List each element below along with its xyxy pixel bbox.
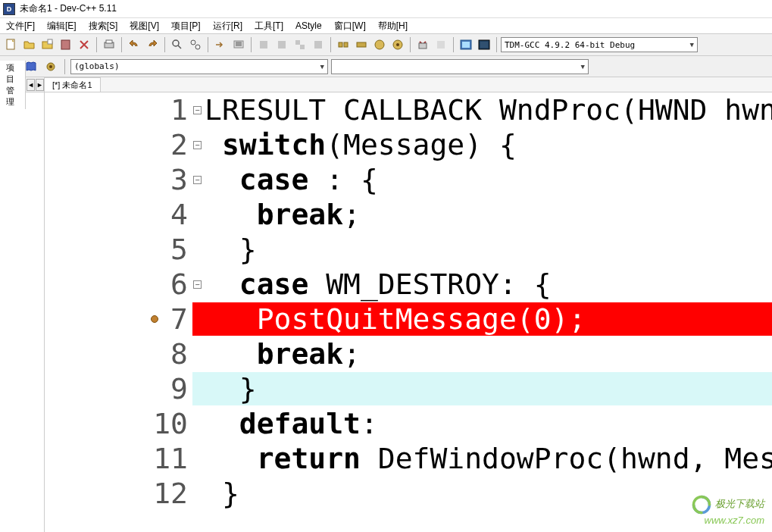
code-line[interactable]: 1−LRESULT CALLBACK WndProc(HWND hwnd, U: [45, 92, 772, 127]
code-text[interactable]: break;: [192, 198, 772, 231]
menu-view[interactable]: 视图[V]: [127, 18, 162, 34]
book-icon[interactable]: [58, 36, 74, 53]
gutter[interactable]: 10: [45, 407, 192, 440]
window1-icon[interactable]: [458, 36, 474, 53]
new-project-icon[interactable]: [39, 36, 56, 53]
separator: [410, 37, 411, 52]
run-icon[interactable]: [273, 36, 290, 53]
open-file-icon[interactable]: [21, 36, 38, 53]
svg-rect-15: [278, 41, 286, 49]
fold-icon[interactable]: −: [193, 141, 202, 149]
line-number: 8: [170, 337, 188, 371]
svg-rect-25: [419, 43, 427, 49]
fold-icon[interactable]: −: [193, 176, 202, 184]
code-editor[interactable]: 1−LRESULT CALLBACK WndProc(HWND hwnd, U2…: [45, 92, 772, 532]
find-icon[interactable]: [169, 36, 186, 53]
menubar: 文件[F] 编辑[E] 搜索[S] 视图[V] 项目[P] 运行[R] 工具[T…: [0, 18, 772, 33]
gutter[interactable]: 1−: [45, 93, 192, 127]
editor-tab-file1[interactable]: [*] 未命名1: [45, 77, 101, 92]
svg-rect-26: [437, 41, 445, 49]
gutter[interactable]: 5: [45, 233, 192, 266]
print-icon[interactable]: [101, 36, 117, 53]
goto-icon[interactable]: [212, 36, 229, 53]
tab-next-icon[interactable]: ►: [36, 79, 44, 91]
code-line[interactable]: 10 default:: [45, 406, 772, 441]
debug-step-icon[interactable]: [389, 36, 406, 53]
workarea: 项目管理 ◄ ► [*] 未命名1 1−LRESULT CALLBACK Wnd…: [0, 77, 772, 532]
menu-project[interactable]: 项目[P]: [168, 18, 204, 34]
code-text[interactable]: default:: [192, 407, 772, 440]
compile-icon[interactable]: [255, 36, 272, 53]
replace-icon[interactable]: [187, 36, 204, 53]
svg-point-33: [49, 65, 52, 68]
code-line[interactable]: 9 }: [45, 371, 772, 406]
gutter[interactable]: 9: [45, 372, 192, 405]
undo-icon[interactable]: [126, 36, 142, 53]
gutter[interactable]: 11: [45, 442, 192, 475]
code-text[interactable]: }: [192, 477, 772, 510]
gutter[interactable]: 3−: [45, 163, 192, 196]
window-title: 未命名1 - Dev-C++ 5.11: [20, 2, 117, 15]
profile-icon[interactable]: [371, 36, 388, 53]
code-line[interactable]: 4 break;: [45, 197, 772, 232]
code-line[interactable]: 11 return DefWindowProc(hwnd, Message: [45, 441, 772, 476]
member-select[interactable]: ▼: [331, 59, 589, 74]
redo-icon[interactable]: [144, 36, 161, 53]
code-text[interactable]: case WM_DESTROY: {: [192, 268, 772, 301]
code-line[interactable]: 3− case : {: [45, 162, 772, 197]
code-text[interactable]: case : {: [192, 163, 772, 196]
compile-run-icon[interactable]: [292, 36, 308, 53]
code-text[interactable]: }: [192, 372, 772, 405]
gutter[interactable]: 8: [45, 337, 192, 371]
app-icon: D: [3, 3, 15, 15]
rebuild-icon[interactable]: [310, 36, 327, 53]
code-text[interactable]: break;: [192, 337, 772, 371]
breakpoint-icon[interactable]: [151, 315, 158, 323]
menu-help[interactable]: 帮助[H]: [375, 18, 411, 34]
separator: [496, 37, 497, 52]
window2-icon[interactable]: [476, 36, 492, 53]
gutter[interactable]: 2−: [45, 128, 192, 161]
gutter[interactable]: 6−: [45, 268, 192, 301]
code-text[interactable]: }: [192, 233, 772, 266]
separator: [96, 37, 97, 52]
fold-icon[interactable]: −: [193, 106, 202, 114]
close-icon[interactable]: [76, 36, 92, 53]
menu-astyle[interactable]: AStyle: [292, 19, 325, 33]
gutter[interactable]: 4: [45, 198, 192, 231]
debug-icon[interactable]: [335, 36, 352, 53]
bookmark-icon[interactable]: [230, 36, 247, 53]
menu-search[interactable]: 搜索[S]: [86, 18, 121, 34]
tool-icon[interactable]: [433, 36, 449, 53]
code-line[interactable]: 8 break;: [45, 336, 772, 371]
new-file-icon[interactable]: [3, 36, 20, 53]
compiler-select[interactable]: TDM-GCC 4.9.2 64-bit Debug▼: [501, 37, 698, 52]
menu-tools[interactable]: 工具[T]: [252, 18, 286, 34]
svg-rect-17: [300, 45, 305, 49]
stop-debug-icon[interactable]: [353, 36, 370, 53]
scope-select[interactable]: (globals)▼: [70, 59, 328, 74]
sidebar-tab-project[interactable]: 项目管理: [0, 61, 26, 109]
gutter[interactable]: 12: [45, 477, 192, 510]
debug-gear-icon[interactable]: [42, 58, 59, 75]
menu-file[interactable]: 文件[F]: [3, 18, 38, 34]
svg-rect-5: [106, 40, 112, 43]
code-line[interactable]: 6− case WM_DESTROY: {: [45, 267, 772, 302]
watermark-line1: 极光下载站: [715, 498, 764, 509]
fold-icon[interactable]: −: [193, 280, 202, 289]
code-line[interactable]: 5 }: [45, 232, 772, 267]
code-text[interactable]: PostQuitMessage(0);: [192, 302, 772, 336]
gutter[interactable]: 7: [45, 302, 192, 336]
code-line[interactable]: 2− switch(Message) {: [45, 127, 772, 162]
code-text[interactable]: return DefWindowProc(hwnd, Message: [192, 442, 772, 475]
code-text[interactable]: LRESULT CALLBACK WndProc(HWND hwnd, U: [192, 93, 772, 127]
code-line[interactable]: 12 }: [45, 476, 772, 511]
delete-icon[interactable]: [414, 36, 431, 53]
menu-window[interactable]: 窗口[W]: [331, 18, 369, 34]
separator: [453, 37, 454, 52]
menu-edit[interactable]: 编辑[E]: [44, 18, 80, 34]
code-line[interactable]: 7 PostQuitMessage(0);: [45, 302, 772, 336]
menu-run[interactable]: 运行[R]: [210, 18, 245, 34]
code-text[interactable]: switch(Message) {: [192, 128, 772, 161]
tab-prev-icon[interactable]: ◄: [27, 79, 35, 91]
